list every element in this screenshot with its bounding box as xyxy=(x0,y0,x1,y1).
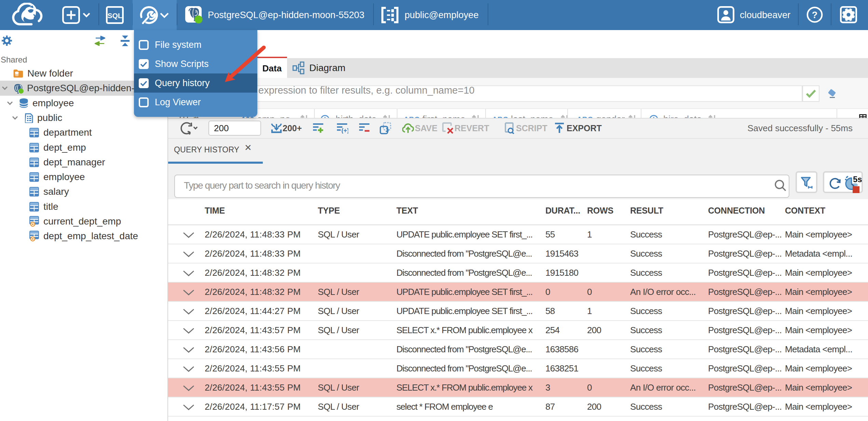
svg-text:(+): (+) xyxy=(341,127,348,134)
svg-text:?: ? xyxy=(812,10,818,20)
svg-text:SQL: SQL xyxy=(107,12,122,19)
